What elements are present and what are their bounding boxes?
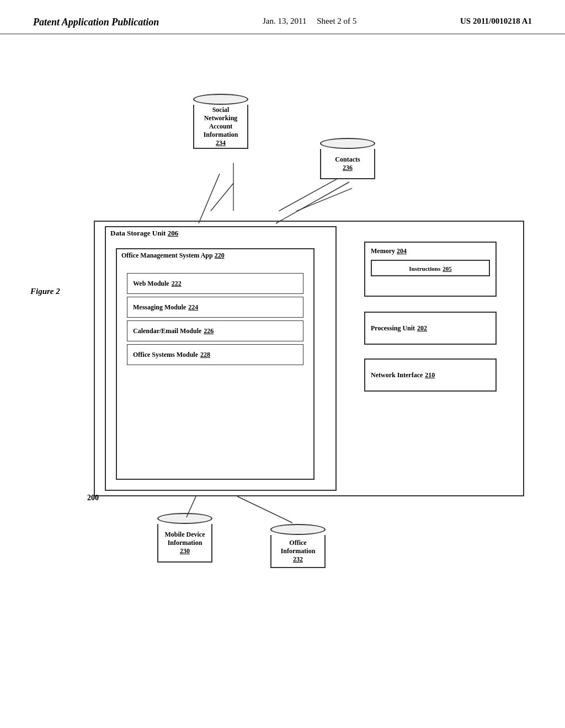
mobile-device-label: Mobile Device Information 230 <box>157 524 212 563</box>
box-200-label: 200 <box>87 494 99 502</box>
cylinder-top-contacts <box>320 138 375 149</box>
network-box: Network Interface 210 <box>364 358 497 392</box>
pub-date: Jan. 13, 2011 <box>263 17 306 25</box>
office-systems-box: Office Systems Module 228 <box>127 344 303 365</box>
header-date-sheet: Jan. 13, 2011 Sheet 2 of 5 <box>263 17 356 26</box>
instructions-box: Instructions 205 <box>371 260 490 276</box>
messaging-module-box: Messaging Module 224 <box>127 297 303 318</box>
svg-line-4 <box>211 183 233 211</box>
office-info-cylinder: Office Information 232 <box>270 524 326 568</box>
cylinder-top-social <box>193 94 248 105</box>
cylinder-top-office-info <box>270 524 326 535</box>
memory-box: Memory 204 Instructions 205 <box>364 242 497 297</box>
diagram-area: Social Networking Account Information 23… <box>55 77 543 673</box>
office-app-label: Office Management System App 220 <box>121 251 225 260</box>
page-header: Patent Application Publication Jan. 13, … <box>0 0 565 34</box>
mobile-device-cylinder: Mobile Device Information 230 <box>157 513 212 563</box>
memory-label: Memory 204 <box>365 243 495 260</box>
svg-line-9 <box>237 496 292 523</box>
social-networking-label: Social Networking Account Information 23… <box>193 105 248 149</box>
svg-line-1 <box>296 188 352 211</box>
data-storage-label: Data Storage Unit 206 <box>110 229 178 238</box>
svg-line-6 <box>199 174 220 223</box>
sheet-info: Sheet 2 of 5 <box>317 17 356 25</box>
office-info-label: Office Information 232 <box>270 535 326 568</box>
processing-box: Processing Unit 202 <box>364 312 497 345</box>
contacts-cylinder: Contacts 236 <box>320 138 375 179</box>
calendar-module-box: Calendar/Email Module 226 <box>127 320 303 341</box>
patent-number: US 2011/0010218 A1 <box>460 17 532 26</box>
svg-line-7 <box>276 182 349 223</box>
social-networking-cylinder: Social Networking Account Information 23… <box>193 94 248 149</box>
web-module-box: Web Module 222 <box>127 273 303 294</box>
publication-title: Patent Application Publication <box>33 17 159 28</box>
contacts-label: Contacts 236 <box>320 149 375 179</box>
cylinder-top-mobile <box>157 513 212 524</box>
